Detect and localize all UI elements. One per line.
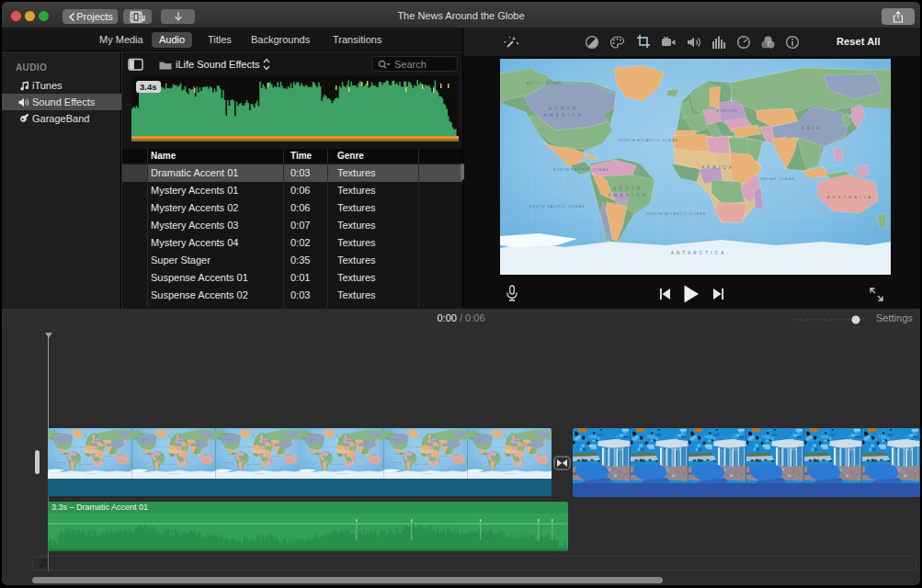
svg-text:A N T A R C T I C A: A N T A R C T I C A — [671, 251, 725, 255]
svg-text:NORTH ATLANTIC OCEAN: NORTH ATLANTIC OCEAN — [620, 139, 678, 142]
svg-text:INDIAN OCEAN: INDIAN OCEAN — [760, 177, 795, 181]
svg-text:S O U T H: S O U T H — [613, 187, 641, 191]
svg-text:N O R T H: N O R T H — [549, 107, 576, 111]
svg-text:A M E R I C A: A M E R I C A — [543, 113, 581, 118]
svg-text:A U S T R A L I A: A U S T R A L I A — [827, 195, 871, 199]
svg-text:A M E R I C A: A M E R I C A — [608, 193, 645, 198]
svg-text:A F R I C A: A F R I C A — [701, 165, 733, 170]
svg-text:NORTH PACIFIC OCEAN: NORTH PACIFIC OCEAN — [553, 168, 609, 172]
svg-text:EUROPE: EUROPE — [716, 108, 738, 113]
svg-text:SOUTH PACIFIC OCEAN: SOUTH PACIFIC OCEAN — [529, 205, 585, 209]
svg-text:ARCTIC OCEAN: ARCTIC OCEAN — [526, 82, 562, 85]
svg-text:SOUTH ATLANTIC OCEAN: SOUTH ATLANTIC OCEAN — [647, 212, 706, 216]
svg-text:A S I A: A S I A — [802, 126, 821, 130]
